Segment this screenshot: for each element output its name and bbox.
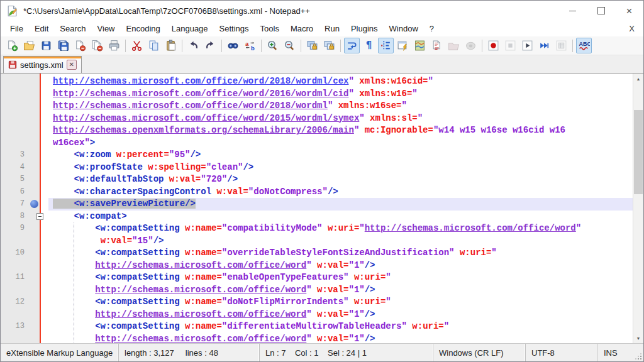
- code-row[interactable]: w16cex">: [1, 137, 633, 150]
- sync-horizontal-scroll-icon[interactable]: [321, 38, 337, 53]
- menu-language[interactable]: Language: [166, 22, 214, 35]
- paste-icon[interactable]: [163, 38, 179, 53]
- menu-settings[interactable]: Settings: [214, 22, 255, 35]
- find-icon[interactable]: [225, 38, 241, 53]
- close-file-icon[interactable]: [72, 38, 88, 53]
- code-row-line-13[interactable]: 13 <w:compatSetting w:name="differentiat…: [1, 321, 633, 333]
- bookmark-margin[interactable]: [30, 296, 40, 309]
- sync-vertical-scroll-icon[interactable]: [304, 38, 320, 53]
- macro-play-icon[interactable]: [519, 38, 535, 53]
- code-text[interactable]: w:val="15"/>: [48, 235, 633, 248]
- code-row[interactable]: http://schemas.microsoft.com/office/word…: [1, 309, 633, 321]
- bookmark-margin[interactable]: [30, 284, 40, 297]
- new-file-icon[interactable]: [4, 38, 20, 53]
- code-row[interactable]: http://schemas.microsoft.com/office/word…: [1, 100, 633, 112]
- macro-record-icon[interactable]: [486, 38, 501, 53]
- menu-window[interactable]: Window: [384, 22, 424, 35]
- code-row[interactable]: http://schemas.microsoft.com/office/word…: [1, 112, 633, 125]
- bookmark-margin[interactable]: [30, 112, 40, 125]
- macro-run-multiple-icon[interactable]: [536, 38, 552, 53]
- fold-margin[interactable]: [40, 309, 48, 321]
- spell-check-icon[interactable]: ABC: [576, 38, 592, 53]
- fold-margin[interactable]: [40, 137, 48, 150]
- save-file-icon[interactable]: [38, 38, 54, 53]
- menu-help[interactable]: ?: [424, 22, 440, 35]
- code-row-line-9[interactable]: 9 <w:compatSetting w:name="compatibility…: [1, 222, 633, 235]
- scroll-down-arrow[interactable]: ▼: [633, 333, 643, 343]
- bookmark-margin[interactable]: [30, 260, 40, 272]
- document-list-icon[interactable]: [429, 38, 445, 53]
- code-row[interactable]: http://schemas.microsoft.com/office/word…: [1, 260, 633, 272]
- code-text[interactable]: http://schemas.microsoft.com/office/word…: [48, 88, 633, 101]
- code-text[interactable]: <w:zoom w:percent="95"/>: [48, 149, 633, 162]
- fold-margin[interactable]: [40, 211, 48, 223]
- fold-margin[interactable]: [40, 162, 48, 174]
- save-all-icon[interactable]: [55, 38, 71, 53]
- copy-icon[interactable]: [146, 38, 162, 53]
- document-map-icon[interactable]: [412, 38, 428, 53]
- menu-view[interactable]: View: [92, 22, 121, 35]
- fold-margin[interactable]: [40, 100, 48, 112]
- redo-icon[interactable]: [203, 38, 218, 53]
- code-text[interactable]: w16cex">: [48, 137, 633, 150]
- code-row[interactable]: http://schemas.openxmlformats.org/schema…: [1, 124, 633, 137]
- minimize-button[interactable]: [558, 1, 587, 21]
- close-button[interactable]: ×: [615, 1, 643, 21]
- code-row-line-7[interactable]: 7 <w:savePreviewPicture/>: [1, 198, 633, 211]
- code-row-line-10[interactable]: 10 <w:compatSetting w:name="overrideTabl…: [1, 247, 633, 260]
- menu-search[interactable]: Search: [54, 22, 91, 35]
- code-text[interactable]: http://schemas.microsoft.com/office/word…: [48, 260, 633, 272]
- function-list-icon[interactable]: [395, 38, 411, 53]
- menu-file[interactable]: File: [4, 22, 29, 35]
- bookmark-margin[interactable]: [30, 321, 40, 333]
- cut-icon[interactable]: [129, 38, 145, 53]
- code-row-line-5[interactable]: 5 <w:defaultTabStop w:val="720"/>: [1, 173, 633, 186]
- code-text[interactable]: <w:compatSetting w:name="compatibilityMo…: [48, 222, 633, 235]
- fold-margin[interactable]: [40, 247, 48, 260]
- code-row-line-4[interactable]: 4 <w:proofState w:spelling="clean"/>: [1, 162, 633, 174]
- bookmark-margin[interactable]: [30, 235, 40, 248]
- fold-margin[interactable]: [40, 88, 48, 101]
- bookmark-margin[interactable]: [30, 124, 40, 137]
- bookmark-margin[interactable]: [30, 309, 40, 321]
- code-row-line-12[interactable]: 12 <w:compatSetting w:name="doNotFlipMir…: [1, 296, 633, 309]
- zoom-in-icon[interactable]: [265, 38, 280, 53]
- maximize-button[interactable]: [587, 1, 615, 21]
- replace-icon[interactable]: ab: [242, 38, 258, 53]
- code-text[interactable]: <w:proofState w:spelling="clean"/>: [48, 162, 633, 174]
- bookmark-margin[interactable]: [30, 247, 40, 260]
- close-all-icon[interactable]: [89, 38, 105, 53]
- bookmark-margin[interactable]: [30, 333, 40, 344]
- code-text[interactable]: <w:compatSetting w:name="overrideTableSt…: [48, 247, 633, 260]
- fold-margin[interactable]: [40, 173, 48, 186]
- status-eol-format[interactable]: Windows (CR LF): [433, 344, 526, 361]
- show-indent-guide-icon[interactable]: [378, 38, 394, 53]
- fold-margin[interactable]: [40, 272, 48, 284]
- bookmark-icon[interactable]: [30, 200, 38, 208]
- code-text[interactable]: <w:compat>: [48, 211, 633, 223]
- menu-tools[interactable]: Tools: [255, 22, 285, 35]
- code-row[interactable]: http://schemas.microsoft.com/office/word…: [1, 333, 633, 344]
- fold-margin[interactable]: [40, 260, 48, 272]
- zoom-out-icon[interactable]: [282, 38, 297, 53]
- fold-margin[interactable]: [40, 296, 48, 309]
- code-row[interactable]: http://schemas.microsoft.com/office/word…: [1, 88, 633, 101]
- tab-close-icon[interactable]: ✕: [67, 60, 77, 70]
- code-text[interactable]: <w:characterSpacingControl w:val="doNotC…: [48, 186, 633, 199]
- code-row[interactable]: http://schemas.microsoft.com/office/word…: [1, 284, 633, 297]
- code-text[interactable]: http://schemas.microsoft.com/office/word…: [48, 112, 633, 125]
- fold-margin[interactable]: [40, 149, 48, 162]
- resize-grip[interactable]: [636, 354, 642, 360]
- bookmark-margin[interactable]: [30, 162, 40, 174]
- vertical-scrollbar[interactable]: ▲ ▼: [633, 74, 643, 343]
- code-row-line-3[interactable]: 3 <w:zoom w:percent="95"/>: [1, 149, 633, 162]
- bookmark-margin[interactable]: [30, 100, 40, 112]
- fold-margin[interactable]: [40, 124, 48, 137]
- fold-margin[interactable]: [40, 284, 48, 297]
- code-text[interactable]: http://schemas.openxmlformats.org/schema…: [48, 124, 633, 137]
- bookmark-margin[interactable]: [30, 272, 40, 284]
- fold-collapse-icon[interactable]: [36, 213, 43, 220]
- bookmark-margin[interactable]: [30, 222, 40, 235]
- word-wrap-icon[interactable]: [344, 38, 360, 53]
- bookmark-margin[interactable]: [30, 88, 40, 101]
